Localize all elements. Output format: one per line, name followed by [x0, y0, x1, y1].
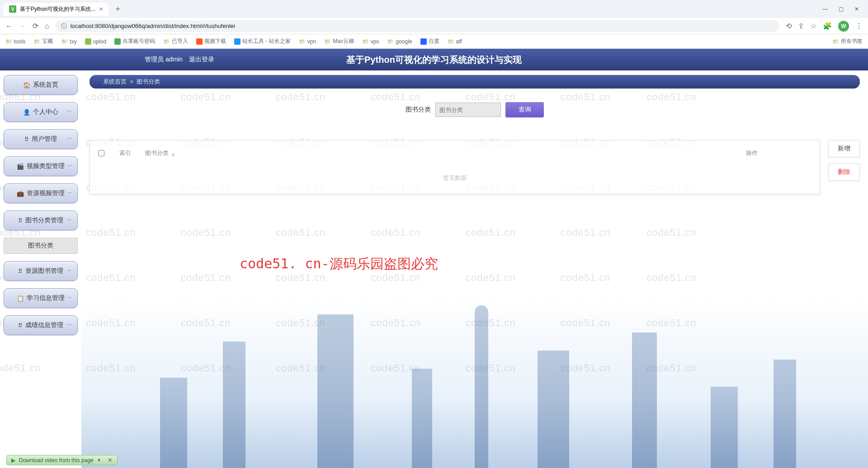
reload-icon[interactable]: ⟳ — [33, 22, 38, 30]
col-operation: 操作 — [684, 149, 820, 157]
data-table: 索引 图书分类 ▲▼ 操作 暂无数据 — [90, 140, 820, 194]
menu-personal[interactable]: 👤个人中心﹀ — [4, 102, 78, 122]
chevron-down-icon: ﹀ — [67, 136, 72, 142]
all-bookmarks[interactable]: 所有书签 — [832, 37, 863, 45]
menu-user-mgmt[interactable]: ⠿用户管理﹀ — [4, 129, 78, 149]
bookmarks-bar: tools 宝藏 txy uplod 共享账号密码 已导入 视频下载 站长工具 … — [0, 34, 868, 49]
tab-close-icon[interactable]: × — [99, 5, 103, 13]
home-icon: 🏠 — [23, 82, 30, 89]
breadcrumb-home[interactable]: 系统首页 — [103, 78, 127, 85]
menu-book-category[interactable]: ⠿图书分类管理﹀ — [4, 211, 78, 230]
tab-favicon-icon: V — [9, 5, 16, 13]
play-icon: ▶ — [11, 457, 15, 463]
chevron-down-icon: ﹀ — [67, 109, 72, 115]
menu-video-type[interactable]: 🎬视频类型管理﹀ — [4, 156, 78, 176]
search-button[interactable]: 查询 — [505, 102, 544, 117]
menu-book-category-sub[interactable]: 图书分类 — [4, 238, 78, 254]
admin-label: 管理员 admin — [145, 56, 183, 64]
grid-icon: ⠿ — [24, 136, 29, 143]
logout-link[interactable]: 退出登录 — [189, 56, 214, 64]
chevron-down-icon: ﹀ — [67, 163, 72, 169]
bookmark-tools[interactable]: tools — [5, 38, 25, 45]
bookmark-vps[interactable]: vps — [362, 38, 379, 45]
menu-study-info[interactable]: 📋学习信息管理﹀ — [4, 288, 78, 308]
app-header: 管理员 admin 退出登录 基于Python可视化的学习系统的设计与实现 — [0, 49, 868, 70]
grid-icon: ⠿ — [18, 268, 23, 275]
forward-icon[interactable]: → — [19, 22, 26, 30]
tab-title: 基于Python可视化的学习系统... — [20, 5, 95, 13]
home-icon[interactable]: ⌂ — [45, 22, 49, 30]
bookmark-baozang[interactable]: 宝藏 — [33, 37, 53, 45]
browser-tab[interactable]: V 基于Python可视化的学习系统... × — [4, 3, 108, 16]
bookmark-star-icon[interactable]: ☆ — [810, 22, 816, 30]
url-text: localhost:8080/djangow066q/admin/dist/in… — [71, 23, 235, 29]
minimize-icon[interactable]: — — [822, 6, 828, 12]
back-icon[interactable]: ← — [5, 22, 13, 30]
bookmark-max[interactable]: Max云梯 — [324, 37, 354, 45]
bookmark-share-account[interactable]: 共享账号密码 — [114, 37, 155, 45]
close-window-icon[interactable]: ✕ — [854, 6, 859, 12]
download-video-bar[interactable]: ▶ Download video from this page ▼ ✕ — [6, 455, 118, 465]
search-row: 图书分类 查询 — [90, 102, 860, 117]
window-controls: — ▢ ✕ — [822, 6, 864, 12]
translate-icon[interactable]: ⟲ — [786, 22, 792, 30]
chevron-down-icon: ﹀ — [67, 190, 72, 197]
grid-icon: ⠿ — [18, 322, 23, 329]
extensions-icon[interactable]: 🧩 — [823, 22, 832, 30]
search-input[interactable] — [435, 103, 501, 117]
bookmark-video-dl[interactable]: 视频下载 — [196, 37, 226, 45]
chevron-down-icon: ﹀ — [67, 268, 72, 274]
bookmark-aff[interactable]: aff — [448, 38, 462, 45]
bookmark-google[interactable]: google — [387, 38, 412, 45]
table-empty-text: 暂无数据 — [90, 166, 820, 194]
breadcrumb-current: 图书分类 — [137, 78, 160, 85]
video-icon: 🎬 — [17, 163, 24, 170]
side-actions: 新增 删除 — [828, 140, 860, 194]
menu-home[interactable]: 🏠系统首页 — [4, 75, 78, 95]
browser-tab-bar: V 基于Python可视化的学习系统... × + — ▢ ✕ — [0, 0, 868, 18]
chevron-down-icon: ﹀ — [67, 295, 72, 301]
menu-resource-video[interactable]: 💼资源视频管理﹀ — [4, 183, 78, 203]
search-label: 图书分类 — [406, 106, 431, 114]
user-icon: 👤 — [23, 109, 30, 116]
url-input[interactable]: ⓘ localhost:8080/djangow066q/admin/dist/… — [56, 20, 779, 32]
main-content: 系统首页 > 图书分类 图书分类 查询 索引 图书分类 ▲▼ 操作 暂 — [81, 70, 868, 468]
share-icon[interactable]: ⇪ — [798, 22, 804, 30]
grid-icon: ⠿ — [18, 217, 23, 224]
close-icon[interactable]: ✕ — [108, 457, 113, 463]
bookmark-uplod[interactable]: uplod — [85, 38, 106, 45]
menu-icon[interactable]: ⋮ — [855, 22, 863, 30]
bookmark-zhanzhang[interactable]: 站长工具 - 站长之家 — [234, 37, 291, 45]
sort-caret-icon[interactable]: ▲▼ — [171, 153, 175, 158]
add-button[interactable]: 新增 — [828, 140, 860, 157]
clipboard-icon: 📋 — [17, 295, 24, 302]
app-title: 基于Python可视化的学习系统的设计与实现 — [346, 54, 522, 66]
site-info-icon[interactable]: ⓘ — [61, 22, 67, 30]
bookmark-txy[interactable]: txy — [61, 38, 76, 45]
menu-resource-book[interactable]: ⠿资源图书管理﹀ — [4, 261, 78, 281]
bookmark-imported[interactable]: 已导入 — [163, 37, 188, 45]
chevron-down-icon[interactable]: ▼ — [97, 458, 101, 463]
menu-score-info[interactable]: ⠿成绩信息管理﹀ — [4, 315, 78, 335]
select-all-checkbox[interactable] — [98, 150, 104, 156]
col-category[interactable]: 图书分类 ▲▼ — [138, 149, 684, 158]
chevron-down-icon: ﹀ — [67, 322, 72, 328]
new-tab-button[interactable]: + — [112, 5, 124, 14]
col-index: 索引 — [113, 150, 138, 157]
breadcrumb: 系统首页 > 图书分类 — [90, 75, 860, 89]
briefcase-icon: 💼 — [17, 190, 24, 197]
address-bar: ← → ⟳ ⌂ ⓘ localhost:8080/djangow066q/adm… — [0, 18, 868, 34]
bookmark-vpn[interactable]: vpn — [299, 38, 316, 45]
bookmark-baidu[interactable]: 百度 — [420, 37, 439, 45]
delete-button[interactable]: 删除 — [828, 164, 860, 181]
sidebar: 🏠系统首页 👤个人中心﹀ ⠿用户管理﹀ 🎬视频类型管理﹀ 💼资源视频管理﹀ ⠿图… — [0, 70, 81, 468]
maximize-icon[interactable]: ▢ — [839, 6, 844, 12]
profile-avatar[interactable]: W — [838, 21, 849, 32]
chevron-down-icon: ﹀ — [67, 217, 72, 224]
